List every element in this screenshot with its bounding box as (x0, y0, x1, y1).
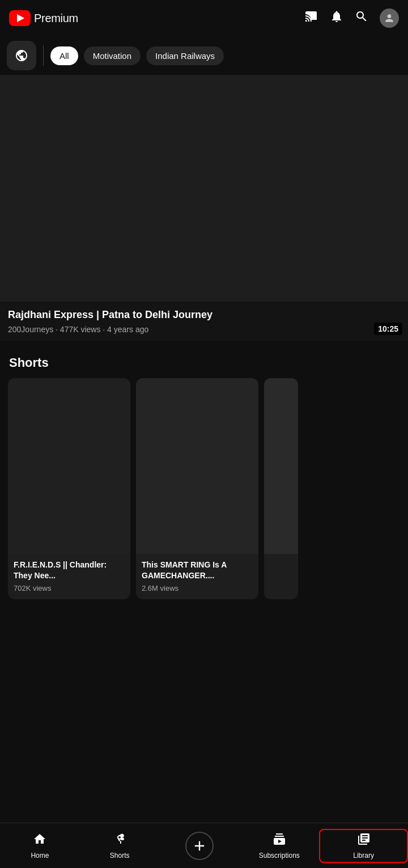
short-info-1: F.R.I.E.N.D.S || Chandler: They Nee... 7… (8, 554, 130, 599)
short-card-2[interactable]: This SMART RING Is A GAMECHANGER.... 2.6… (136, 378, 258, 599)
bottom-spacer (0, 605, 408, 655)
nav-item-home[interactable]: Home (0, 829, 80, 863)
short-title-1: F.R.I.E.N.D.S || Chandler: They Nee... (14, 560, 125, 581)
main-video-thumbnail (0, 75, 408, 302)
separator: · (56, 325, 60, 334)
play-triangle-icon (17, 14, 24, 22)
short-thumbnail-1 (8, 378, 130, 554)
header-actions (305, 9, 399, 28)
subscriptions-icon (273, 832, 286, 849)
create-button[interactable] (185, 832, 214, 860)
view-count: 477K views (60, 325, 101, 334)
explore-chip[interactable] (7, 41, 36, 70)
nav-item-subscriptions[interactable]: Subscriptions (239, 829, 319, 863)
shorts-icon (113, 832, 126, 849)
logo-area: Premium (9, 10, 78, 26)
short-card-1[interactable]: F.R.I.E.N.D.S || Chandler: They Nee... 7… (8, 378, 130, 599)
shorts-section: Shorts F.R.I.E.N.D.S || Chandler: They N… (0, 345, 408, 605)
filter-chip-motivation[interactable]: Motivation (84, 46, 141, 65)
app-name: Premium (34, 12, 78, 25)
short-title-2: This SMART RING Is A GAMECHANGER.... (142, 560, 253, 581)
filter-chip-indian-railways[interactable]: Indian Railways (146, 46, 224, 65)
nav-item-library[interactable]: Library (319, 829, 408, 863)
app-header: Premium (0, 0, 408, 36)
account-icon[interactable] (380, 9, 399, 28)
home-icon (33, 832, 46, 849)
home-label: Home (31, 852, 49, 859)
nav-item-create[interactable] (160, 828, 240, 863)
short-views-1: 702K views (14, 584, 125, 592)
shorts-label: Shorts (110, 852, 130, 859)
search-icon[interactable] (355, 10, 368, 27)
short-thumbnail-3 (264, 378, 298, 554)
upload-age: 4 years ago (107, 325, 148, 334)
subscriptions-label: Subscriptions (259, 852, 300, 859)
short-info-2: This SMART RING Is A GAMECHANGER.... 2.6… (136, 554, 258, 599)
shorts-row: F.R.I.E.N.D.S || Chandler: They Nee... 7… (0, 378, 408, 599)
main-video-card[interactable]: 10:25 Rajdhani Express | Patna to Delhi … (0, 75, 408, 341)
youtube-logo[interactable]: Premium (9, 10, 78, 26)
cast-icon[interactable] (305, 10, 318, 27)
main-video-title: Rajdhani Express | Patna to Delhi Journe… (8, 308, 400, 321)
channel-name: 200Journeys (8, 325, 53, 334)
shorts-section-title: Shorts (0, 355, 408, 378)
main-video-meta: 200Journeys · 477K views · 4 years ago (8, 325, 400, 334)
short-card-3[interactable] (264, 378, 298, 599)
main-video-info: Rajdhani Express | Patna to Delhi Journe… (0, 302, 408, 341)
nav-item-shorts[interactable]: Shorts (80, 829, 160, 863)
library-label: Library (353, 852, 374, 859)
filter-chip-all[interactable]: All (50, 46, 78, 65)
filter-bar: All Motivation Indian Railways (0, 36, 408, 75)
library-icon (357, 832, 371, 849)
separator2: · (103, 325, 107, 334)
video-duration: 10:25 (374, 323, 402, 335)
short-thumbnail-2 (136, 378, 258, 554)
bottom-navigation: Home Shorts Subscriptions (0, 823, 408, 868)
short-views-2: 2.6M views (142, 584, 253, 592)
yt-icon (9, 10, 31, 26)
divider (43, 45, 44, 66)
bell-icon[interactable] (330, 10, 343, 27)
